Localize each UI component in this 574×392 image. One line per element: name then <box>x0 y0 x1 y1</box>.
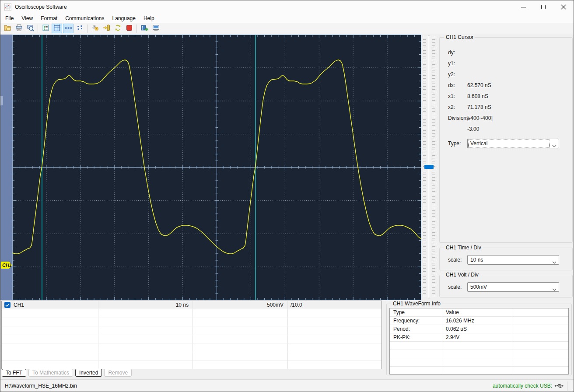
menu-item-view[interactable]: View <box>18 14 37 22</box>
empty-cell <box>193 309 288 318</box>
info-cell <box>390 350 442 358</box>
grid-button[interactable] <box>52 24 62 33</box>
info-row <box>390 367 568 375</box>
volt-scale-value: 500mV <box>470 284 487 290</box>
inverted-button[interactable]: Inverted <box>75 369 102 377</box>
empty-cell <box>288 343 382 352</box>
slider-handle[interactable] <box>424 165 434 169</box>
channels-empty-rows <box>2 309 382 369</box>
persistence-dashed-button[interactable] <box>63 24 74 33</box>
channel-empty-row <box>2 326 382 335</box>
info-cell: Frequency: <box>390 317 442 325</box>
to-fft-button[interactable]: To FFT <box>2 369 26 377</box>
cursor-row-y1: y1: <box>440 58 572 69</box>
info-cell: 0.062 uS <box>442 325 512 333</box>
vertical-position-strip[interactable] <box>0 35 12 300</box>
display-monitor-icon <box>152 24 160 33</box>
waveform-info-table: Type Value Frequency:16.026 MHzPeriod:0.… <box>389 308 569 374</box>
cursor-row-dx: dx:62.570 nS <box>440 80 572 91</box>
cursor-row-x2: x2:71.178 nS <box>440 102 572 112</box>
cursor-row-dy: dy: <box>440 47 572 58</box>
time-scale-select[interactable]: 10 ns <box>467 255 559 265</box>
trigger-level-slider[interactable] <box>422 35 439 300</box>
persistence-dashed-icon <box>65 24 72 33</box>
channels-table: CH1 10 ns 500mV /10.0 <box>1 301 382 369</box>
channel-list-button[interactable] <box>40 24 51 33</box>
waveform-info-title: CH1 WaveForm Info <box>391 301 442 307</box>
info-row: Frequency:16.026 MHz <box>390 317 568 325</box>
remove-button[interactable]: Remove <box>104 369 132 377</box>
menu-item-format[interactable]: Format <box>37 14 61 22</box>
info-row <box>390 350 568 358</box>
channel-timebase: 10 ns <box>98 301 193 309</box>
empty-cell <box>288 309 382 318</box>
open-folder-button[interactable] <box>2 24 13 33</box>
info-cell <box>442 350 512 358</box>
channel-list-icon <box>42 24 49 33</box>
cursor-row-label: x2: <box>440 104 467 110</box>
minimize-button[interactable] <box>513 0 533 14</box>
to-mathematics-button[interactable]: To Mathematics <box>28 369 73 377</box>
channel-empty-row <box>2 335 382 344</box>
toolbar-separator <box>38 24 38 33</box>
menu-item-help[interactable]: Help <box>140 14 158 22</box>
settings-gears-button[interactable] <box>90 24 100 33</box>
cursor-row-divisions: Divisions:[-400~400] <box>440 112 572 123</box>
menu-item-language[interactable]: Language <box>108 14 140 22</box>
menu-item-file[interactable]: File <box>1 14 18 22</box>
info-row: Period:0.062 uS <box>390 325 568 333</box>
cursor-row-extra: -3.00 <box>440 123 572 134</box>
sample-dots-button[interactable] <box>74 24 85 33</box>
info-cell: 16.026 MHz <box>442 317 512 325</box>
empty-cell <box>2 343 98 352</box>
menu-item-communications[interactable]: Communications <box>61 14 108 22</box>
info-cell <box>442 367 512 375</box>
close-button[interactable] <box>553 0 574 14</box>
app-window: Oscilloscope Software FileViewFormatComm… <box>0 0 574 392</box>
status-bar: H:\Waveform_HSE_16MHz.bin automatically … <box>0 379 574 392</box>
print-preview-icon <box>27 24 34 33</box>
empty-cell <box>193 335 288 344</box>
exit-door-button[interactable] <box>101 24 112 33</box>
print-preview-button[interactable] <box>25 24 35 33</box>
channel-empty-row <box>2 352 382 361</box>
empty-cell <box>193 361 288 370</box>
stop-button[interactable] <box>124 24 134 33</box>
channel-row-ch1[interactable]: CH1 10 ns 500mV /10.0 <box>2 301 382 309</box>
info-cell <box>442 358 512 367</box>
app-icon <box>4 4 11 10</box>
empty-cell <box>193 343 288 352</box>
empty-cell <box>288 361 382 370</box>
open-folder-icon <box>4 24 11 33</box>
maximize-button[interactable] <box>533 0 553 14</box>
export-stream-icon <box>141 24 148 33</box>
info-cell <box>390 358 442 367</box>
cursor-row-label: dy: <box>440 49 467 56</box>
empty-cell <box>193 326 288 335</box>
vertical-position-handle[interactable] <box>0 96 3 105</box>
time-div-panel: CH1 Time / Div scale: 10 ns <box>439 248 573 270</box>
channel-checkbox[interactable] <box>4 302 10 308</box>
print-icon <box>15 24 23 33</box>
display-monitor-button[interactable] <box>150 24 161 33</box>
refresh-button[interactable] <box>112 24 123 33</box>
volt-div-panel: CH1 Volt / Div scale: 500mV <box>439 275 573 298</box>
cursor-panel-title: CH1 Cursor <box>444 34 475 40</box>
chevron-down-icon <box>552 286 556 292</box>
info-row <box>390 342 568 350</box>
scope-canvas[interactable] <box>12 35 421 300</box>
status-file-path: H:\Waveform_HSE_16MHz.bin <box>0 383 77 389</box>
export-stream-button[interactable] <box>139 24 150 33</box>
info-cell: 2.94V <box>442 333 512 342</box>
volt-div-title: CH1 Volt / Div <box>444 272 480 278</box>
refresh-icon <box>114 24 122 33</box>
channel-empty-row <box>2 309 382 318</box>
empty-cell <box>288 352 382 361</box>
channel-name: CH1 <box>14 302 24 308</box>
cursor-type-select[interactable]: Vertical <box>467 139 559 148</box>
scope-display[interactable] <box>12 35 421 300</box>
chevron-down-icon <box>552 259 556 265</box>
info-cell <box>390 367 442 375</box>
print-button[interactable] <box>14 24 24 33</box>
volt-scale-select[interactable]: 500mV <box>467 282 559 292</box>
